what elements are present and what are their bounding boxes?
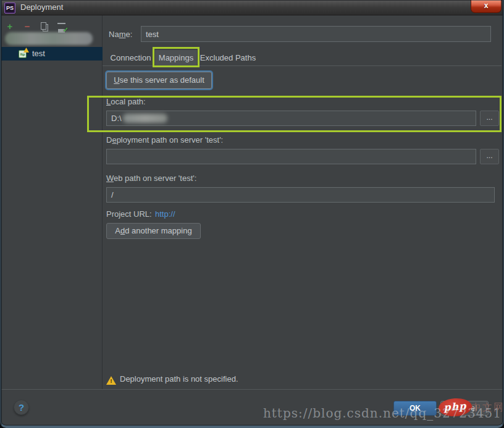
csdn-url-watermark: https://blog.csdn.net/qq_32723451 bbox=[263, 406, 502, 421]
project-url-link[interactable]: http:// bbox=[155, 209, 175, 219]
local-path-input[interactable]: D:\ bbox=[106, 111, 476, 126]
server-item-label: test bbox=[32, 47, 45, 61]
project-url-label: Project URL: bbox=[106, 209, 152, 219]
redacted-server-name bbox=[5, 32, 93, 45]
title-bar: PS Deployment x bbox=[0, 0, 504, 15]
name-input[interactable]: test bbox=[141, 26, 491, 42]
add-server-icon[interactable]: + bbox=[4, 20, 16, 33]
remove-server-icon[interactable]: − bbox=[21, 20, 33, 33]
duplicate-server-icon[interactable] bbox=[38, 20, 51, 33]
web-path-label: Web path on server 'test': bbox=[106, 174, 196, 183]
copy-icon bbox=[41, 22, 46, 30]
deployment-path-input[interactable] bbox=[106, 149, 476, 164]
sidebar-item-test[interactable]: ftp test bbox=[0, 47, 103, 61]
tab-excluded-paths[interactable]: Excluded Paths bbox=[200, 50, 256, 66]
phpstorm-app-icon: PS bbox=[4, 2, 15, 14]
local-path-browse-button[interactable]: ... bbox=[480, 111, 499, 126]
local-path-label: Local path: bbox=[106, 97, 146, 107]
ftp-server-icon: ftp bbox=[19, 49, 28, 59]
redacted-path-segment bbox=[123, 114, 167, 123]
sidebar-toolbar: + − ✓ bbox=[4, 20, 68, 33]
deployment-path-label: Deployment path on server 'test': bbox=[106, 135, 223, 145]
use-server-default-button[interactable]: Use this server as default bbox=[106, 72, 212, 89]
server-list-sidebar: + − ✓ ftp test bbox=[0, 15, 103, 390]
tab-connection[interactable]: Connection bbox=[109, 50, 153, 66]
warning-icon: ! bbox=[106, 376, 116, 385]
tab-mappings[interactable]: Mappings bbox=[155, 50, 197, 66]
use-as-default-icon[interactable]: ✓ bbox=[56, 20, 68, 33]
web-path-input[interactable]: / bbox=[106, 187, 495, 203]
warning-message: Deployment path is not specified. bbox=[120, 374, 238, 384]
footer-divider bbox=[0, 389, 504, 390]
tabbar-divider bbox=[103, 65, 502, 66]
name-label: Name: bbox=[109, 30, 132, 40]
deployment-path-browse-button[interactable]: ... bbox=[480, 149, 499, 164]
help-button[interactable]: ? bbox=[14, 400, 29, 415]
deployment-dialog: PS Deployment x + − ✓ ftp test bbox=[0, 0, 504, 428]
close-button[interactable]: x bbox=[471, 0, 502, 13]
add-mapping-button[interactable]: Add another mapping bbox=[106, 223, 201, 239]
window-title: Deployment bbox=[20, 0, 63, 15]
